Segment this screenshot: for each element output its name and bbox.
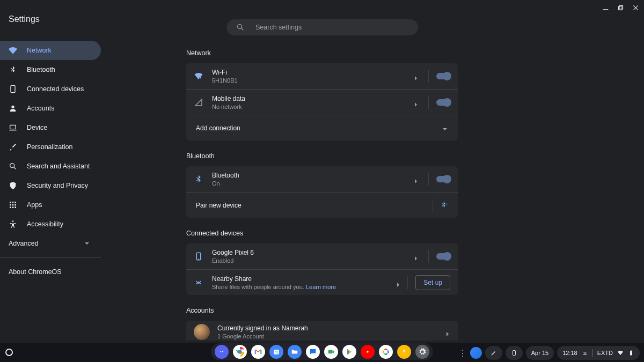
wifi-label: Wi-Fi bbox=[212, 69, 404, 76]
assistant-button[interactable] bbox=[470, 347, 482, 359]
dock-icon-play[interactable] bbox=[342, 345, 356, 359]
chevron-down-icon bbox=[442, 125, 448, 131]
divider bbox=[428, 70, 429, 83]
svg-rect-19 bbox=[10, 206, 11, 208]
page-title: Settings bbox=[9, 14, 40, 24]
bluetooth-status: On bbox=[212, 180, 404, 187]
chevron-right-icon bbox=[413, 73, 419, 79]
svg-rect-37 bbox=[631, 351, 632, 351]
account-row[interactable]: Currently signed in as Namerah 1 Google … bbox=[186, 321, 458, 341]
sidebar-item-apps[interactable]: Apps bbox=[0, 195, 101, 215]
dock-icon-discord[interactable] bbox=[215, 345, 229, 359]
minimize-button[interactable] bbox=[601, 3, 610, 12]
wifi-row[interactable]: Wi-Fi 5H1N0B1 bbox=[186, 63, 458, 89]
setup-button[interactable]: Set up bbox=[415, 275, 450, 290]
sidebar-advanced[interactable]: Advanced bbox=[0, 234, 101, 253]
svg-rect-9 bbox=[10, 125, 16, 129]
sidebar-item-network[interactable]: Network bbox=[0, 41, 101, 60]
search-bar[interactable] bbox=[226, 19, 418, 35]
mobile-data-row[interactable]: Mobile data No network bbox=[186, 89, 458, 115]
svg-rect-2 bbox=[619, 5, 623, 9]
dock-icon-youtube[interactable] bbox=[361, 345, 375, 359]
divider bbox=[428, 250, 429, 263]
tray-separator-dots[interactable]: ⋮ bbox=[458, 348, 467, 358]
wifi-icon bbox=[617, 350, 624, 356]
mobile-data-toggle[interactable] bbox=[436, 99, 450, 106]
restore-button[interactable] bbox=[616, 3, 625, 12]
svg-rect-15 bbox=[14, 202, 16, 203]
sidebar-item-connected-devices[interactable]: Connected devices bbox=[0, 79, 101, 99]
status-tray[interactable]: 12:18 EXTD bbox=[557, 346, 640, 360]
add-connection-row[interactable]: Add connection bbox=[186, 115, 458, 141]
stylus-button[interactable] bbox=[485, 346, 502, 360]
dock-icon-photos[interactable] bbox=[379, 345, 393, 359]
bluetooth-toggle[interactable] bbox=[436, 176, 450, 182]
divider bbox=[407, 276, 408, 289]
svg-rect-20 bbox=[12, 206, 14, 208]
divider bbox=[433, 199, 433, 212]
dock-icon-keep[interactable] bbox=[397, 345, 411, 359]
sidebar-item-label: Search and Assistant bbox=[27, 162, 90, 170]
sidebar-about[interactable]: About ChromeOS bbox=[0, 262, 101, 282]
learn-more-link[interactable]: Learn more bbox=[306, 284, 336, 290]
svg-point-11 bbox=[10, 164, 14, 168]
phone-hub-button[interactable] bbox=[506, 346, 523, 360]
dock-icon-files[interactable] bbox=[288, 345, 302, 359]
time-label: 12:18 bbox=[562, 350, 577, 356]
section-title-connected-devices: Connected devices bbox=[186, 230, 458, 237]
signed-in-label: Currently signed in as Namerah bbox=[217, 324, 445, 332]
add-connection-label: Add connection bbox=[196, 124, 442, 132]
sidebar-item-search-assistant[interactable]: Search and Assistant bbox=[0, 157, 101, 176]
svg-rect-32 bbox=[328, 350, 333, 354]
sidebar-item-label: Security and Privacy bbox=[27, 182, 88, 189]
close-button[interactable] bbox=[631, 3, 640, 12]
dock-icon-gmail[interactable] bbox=[251, 345, 265, 359]
wifi-ssid: 5H1N0B1 bbox=[212, 77, 404, 84]
svg-text:+: + bbox=[446, 202, 448, 205]
bluetooth-row[interactable]: Bluetooth On bbox=[186, 166, 458, 192]
wifi-toggle[interactable] bbox=[436, 73, 450, 79]
pair-device-row[interactable]: Pair new device + bbox=[186, 192, 458, 218]
dock-icon-settings[interactable] bbox=[415, 345, 429, 359]
dock-icon-messages[interactable] bbox=[306, 345, 320, 359]
svg-rect-24 bbox=[200, 77, 201, 78]
sidebar-item-security-privacy[interactable]: Security and Privacy bbox=[0, 176, 101, 195]
svg-rect-16 bbox=[10, 204, 11, 206]
svg-rect-36 bbox=[630, 351, 632, 356]
phone-row[interactable]: Google Pixel 6 Enabled bbox=[186, 243, 458, 269]
download-icon bbox=[582, 350, 588, 356]
svg-point-22 bbox=[12, 220, 14, 222]
sidebar-item-device[interactable]: Device bbox=[0, 118, 101, 137]
chevron-right-icon bbox=[413, 100, 419, 105]
about-label: About ChromeOS bbox=[9, 268, 62, 276]
chevron-right-icon bbox=[445, 329, 450, 335]
main-content: Network Wi-Fi 5H1N0B1 Mobile data No net… bbox=[186, 49, 458, 341]
dock-icon-chrome[interactable] bbox=[233, 345, 247, 359]
sidebar-item-accessibility[interactable]: Accessibility bbox=[0, 215, 101, 234]
svg-rect-33 bbox=[404, 353, 405, 353]
sidebar-item-bluetooth[interactable]: Bluetooth bbox=[0, 60, 101, 79]
bluetooth-add-icon[interactable]: + bbox=[441, 201, 448, 210]
keyboard-label: EXTD bbox=[597, 350, 613, 356]
phone-toggle[interactable] bbox=[436, 253, 450, 260]
sidebar: Network Bluetooth Connected devices Acco… bbox=[0, 41, 101, 282]
divider bbox=[592, 349, 593, 357]
chevron-down-icon bbox=[84, 240, 90, 247]
launcher-button[interactable] bbox=[5, 349, 13, 356]
account-count: 1 Google Account bbox=[217, 333, 445, 339]
svg-text:31: 31 bbox=[275, 351, 279, 354]
sidebar-item-accounts[interactable]: Accounts bbox=[0, 99, 101, 118]
dock-icon-duo[interactable] bbox=[324, 345, 338, 359]
date-pill[interactable]: Apr 15 bbox=[526, 346, 554, 360]
nearby-share-row: Nearby Share Share files with people aro… bbox=[186, 269, 458, 295]
search-input[interactable] bbox=[255, 24, 408, 31]
bluetooth-card: Bluetooth On Pair new device + bbox=[186, 166, 458, 218]
phone-icon bbox=[9, 85, 17, 93]
section-title-bluetooth: Bluetooth bbox=[186, 152, 458, 160]
sidebar-item-label: Connected devices bbox=[27, 85, 84, 93]
pair-device-label: Pair new device bbox=[196, 202, 433, 209]
sidebar-item-personalization[interactable]: Personalization bbox=[0, 137, 101, 157]
chevron-right-icon[interactable] bbox=[396, 280, 401, 285]
dock-icon-calendar[interactable]: 31 bbox=[269, 345, 283, 359]
svg-point-5 bbox=[238, 25, 242, 29]
